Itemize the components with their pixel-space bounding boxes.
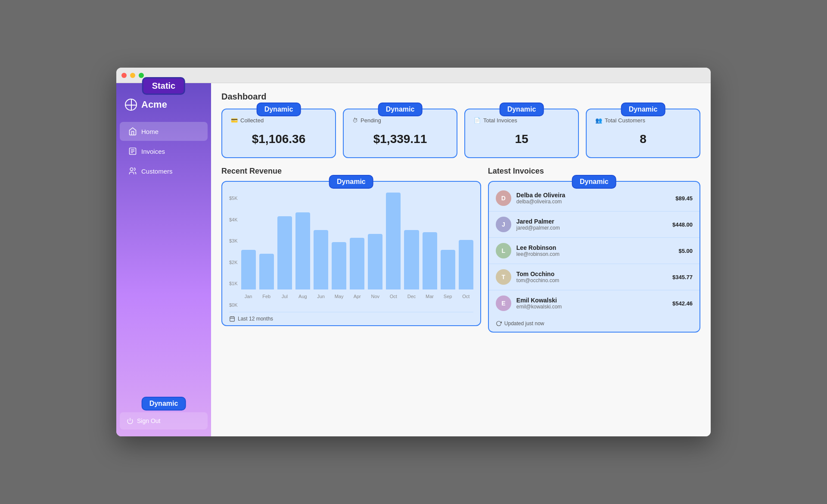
calendar-icon	[229, 316, 235, 322]
invoice-info-3: Tom Occhino tom@occhino.com	[516, 271, 667, 283]
customers-label: Customers	[141, 168, 173, 175]
bar-label-Dec: Dec	[407, 294, 416, 299]
invoice-name-1: Jared Palmer	[516, 218, 667, 225]
invoice-row-1: J Jared Palmer jared@palmer.com $448.00	[489, 212, 700, 238]
power-icon	[127, 417, 134, 424]
invoice-row-4: E Emil Kowalski emil@kowalski.com $542.4…	[489, 290, 700, 316]
invoices-footer: Updated just now	[489, 316, 700, 328]
bar-Jan[interactable]	[241, 250, 256, 289]
sidebar-item-home[interactable]: Home	[120, 122, 208, 141]
bars-container: JanFebJulAugJunMayAprNovOctDecMarSepOct	[241, 196, 473, 299]
bar-label-Oct2: Oct	[462, 294, 469, 299]
bar-group-Sep: Sep	[441, 250, 455, 299]
bar-Feb[interactable]	[259, 254, 274, 289]
avatar-3: T	[496, 269, 511, 285]
pending-value: $1,339.11	[352, 129, 448, 149]
svg-point-4	[130, 168, 133, 171]
sign-out-button[interactable]: Sign Out	[120, 412, 208, 429]
y-label-3k: $3K	[229, 238, 238, 243]
bar-Mar[interactable]	[423, 232, 437, 289]
chart-section-title: Recent Revenue	[221, 167, 481, 176]
sign-out-dynamic-badge: Dynamic	[142, 397, 186, 411]
bar-label-Feb: Feb	[262, 294, 270, 299]
bar-group-Nov: Nov	[368, 234, 382, 299]
invoices-section-title: Latest Invoices	[488, 167, 700, 176]
sidebar-logo: Acme	[116, 92, 211, 121]
chart-y-labels: $5K $4K $3K $2K $1K $0K	[229, 196, 238, 308]
bar-group-Apr: Apr	[350, 238, 364, 299]
bar-Jun[interactable]	[314, 230, 328, 289]
bar-May[interactable]	[332, 242, 346, 289]
bar-Oct2[interactable]	[459, 240, 473, 289]
bar-Nov[interactable]	[368, 234, 382, 289]
bar-label-Sep: Sep	[444, 294, 452, 299]
close-button[interactable]	[121, 73, 127, 78]
bar-Dec[interactable]	[404, 230, 419, 289]
chart-card: Dynamic $5K $4K $3K $2K $1K $0K	[221, 181, 481, 326]
home-label: Home	[141, 128, 159, 135]
invoice-amount-3: $345.77	[672, 274, 693, 280]
globe-icon	[125, 99, 137, 111]
total-customers-label: 👥 Total Customers	[595, 117, 691, 124]
bar-label-May: May	[335, 294, 344, 299]
invoices-label: Invoices	[141, 148, 165, 155]
bar-group-Jan: Jan	[241, 250, 256, 299]
bar-group-Oct2: Oct	[459, 240, 473, 299]
bar-Sep[interactable]	[441, 250, 455, 289]
stat-card-total-customers: Dynamic 👥 Total Customers 8	[586, 109, 700, 158]
invoices-section: Latest Invoices Dynamic D Delba de Olive…	[488, 167, 700, 333]
invoice-name-2: Lee Robinson	[516, 244, 674, 251]
chart-footer: Last 12 months	[229, 312, 473, 322]
invoice-row-2: L Lee Robinson lee@robinson.com $5.00	[489, 238, 700, 264]
invoices-icon	[128, 147, 137, 156]
invoice-info-4: Emil Kowalski emil@kowalski.com	[516, 297, 667, 310]
bar-Oct[interactable]	[386, 193, 401, 289]
maximize-button[interactable]	[139, 73, 144, 78]
bar-Jul[interactable]	[277, 216, 292, 289]
app-window: Static Acme Home	[116, 68, 711, 436]
title-bar	[116, 68, 711, 83]
invoice-info-2: Lee Robinson lee@robinson.com	[516, 244, 674, 257]
avatar-1: J	[496, 217, 511, 232]
page-title: Dashboard	[221, 92, 700, 102]
invoice-name-4: Emil Kowalski	[516, 297, 667, 304]
invoice-name-0: Delba de Oliveira	[516, 192, 670, 199]
sidebar-item-customers[interactable]: Customers	[120, 162, 208, 180]
pending-label: ⏱ Pending	[352, 117, 448, 124]
sidebar-item-invoices[interactable]: Invoices	[120, 142, 208, 161]
bar-Apr[interactable]	[350, 238, 364, 289]
y-label-0k: $0K	[229, 302, 238, 308]
bar-label-Oct: Oct	[390, 294, 397, 299]
total-invoices-value: 15	[474, 129, 569, 149]
collected-value: $1,106.36	[231, 129, 326, 149]
invoice-name-3: Tom Occhino	[516, 271, 667, 277]
bar-group-May: May	[332, 242, 346, 299]
total-invoices-icon: 📄	[474, 117, 481, 124]
app-container: Static Acme Home	[116, 83, 711, 436]
invoice-amount-2: $5.00	[678, 248, 693, 254]
sidebar-bottom: Dynamic Sign Out	[116, 397, 211, 436]
bar-label-Jan: Jan	[245, 294, 252, 299]
bar-label-Mar: Mar	[426, 294, 434, 299]
invoice-row-3: T Tom Occhino tom@occhino.com $345.77	[489, 264, 700, 290]
invoice-email-2: lee@robinson.com	[516, 251, 674, 257]
invoice-info-0: Delba de Oliveira delba@oliveira.com	[516, 192, 670, 205]
bar-Aug[interactable]	[295, 212, 310, 289]
sidebar-nav: Home Invoices	[116, 121, 211, 181]
total-customers-dynamic-badge: Dynamic	[621, 103, 665, 116]
total-invoices-label: 📄 Total Invoices	[474, 117, 569, 124]
bar-group-Mar: Mar	[423, 232, 437, 299]
svg-rect-6	[230, 317, 235, 321]
invoice-rows-container: D Delba de Oliveira delba@oliveira.com $…	[489, 185, 700, 316]
total-customers-icon: 👥	[595, 117, 602, 124]
bar-group-Dec: Dec	[404, 230, 419, 299]
sidebar: Static Acme Home	[116, 83, 211, 436]
bar-label-Aug: Aug	[298, 294, 307, 299]
minimize-button[interactable]	[130, 73, 135, 78]
chart-dynamic-badge: Dynamic	[329, 175, 373, 189]
invoice-info-1: Jared Palmer jared@palmer.com	[516, 218, 667, 231]
avatar-4: E	[496, 296, 511, 311]
pending-dynamic-badge: Dynamic	[378, 103, 423, 116]
bar-group-Aug: Aug	[295, 212, 310, 299]
sign-out-label: Sign Out	[137, 417, 160, 424]
